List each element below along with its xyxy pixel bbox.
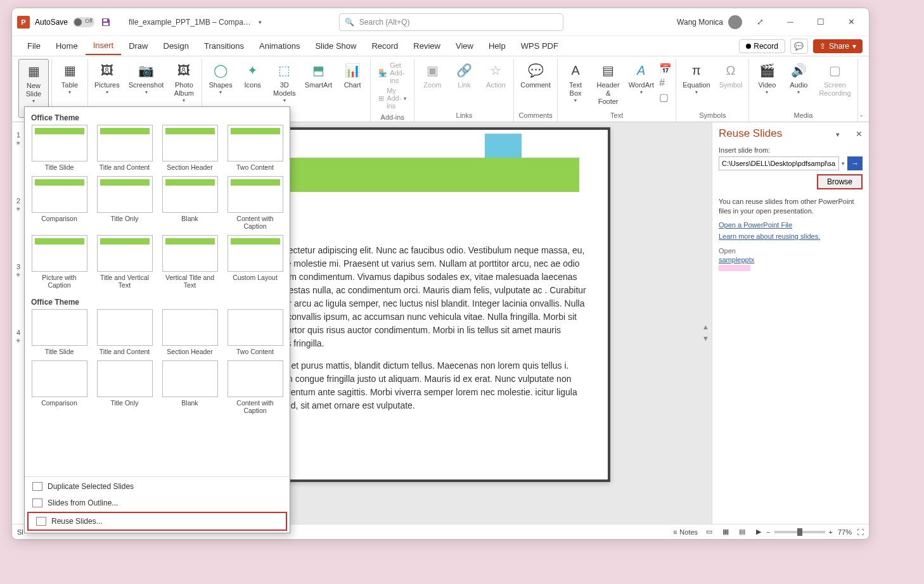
tab-draw[interactable]: Draw bbox=[121, 37, 155, 54]
maximize-button[interactable]: ☐ bbox=[808, 13, 833, 32]
object-icon[interactable]: ▢ bbox=[659, 91, 672, 103]
layout-blank[interactable]: Blank bbox=[160, 360, 219, 414]
reuse-slides-command[interactable]: Reuse Slides... bbox=[27, 512, 287, 531]
thumb-index[interactable]: 4✳ bbox=[12, 326, 25, 392]
fit-to-window-button[interactable]: ⛶ bbox=[857, 528, 864, 536]
autosave-label: AutoSave bbox=[35, 18, 68, 27]
tab-home[interactable]: Home bbox=[48, 37, 86, 54]
reading-view-button[interactable]: ▤ bbox=[735, 526, 750, 538]
my-addins-button[interactable]: ⊞My Add-ins▾ bbox=[378, 87, 406, 110]
tab-animations[interactable]: Animations bbox=[252, 37, 307, 54]
equation-button[interactable]: πEquation▾ bbox=[679, 59, 714, 110]
smartart-button[interactable]: ⬒SmartArt bbox=[301, 59, 336, 118]
layout-title-only[interactable]: Title Only bbox=[95, 360, 154, 414]
autosave-toggle[interactable]: Off bbox=[73, 17, 94, 27]
zoom-in-button[interactable]: + bbox=[829, 528, 833, 536]
go-button[interactable]: → bbox=[847, 156, 863, 170]
layout-title-and-content[interactable]: Title and Content bbox=[95, 125, 154, 171]
pane-options-icon[interactable]: ▾ bbox=[836, 130, 840, 138]
layout-title-slide[interactable]: Title Slide bbox=[30, 309, 89, 355]
get-addins-button[interactable]: 🏪Get Add-ins bbox=[378, 61, 406, 84]
tab-file[interactable]: File bbox=[20, 37, 48, 54]
layout-caption: Title and Vertical Text bbox=[95, 274, 154, 289]
reuse-slides-pane: Reuse Slides ▾ ✕ Insert slide from: ▾ → … bbox=[712, 122, 869, 524]
smartart-icon: ⬒ bbox=[309, 61, 327, 79]
ribbon-display-icon[interactable]: ⤢ bbox=[747, 13, 773, 32]
slide-sorter-button[interactable]: ▦ bbox=[718, 526, 733, 538]
comments-toggle-icon[interactable]: 💬 bbox=[790, 39, 808, 54]
close-pane-button[interactable]: ✕ bbox=[856, 129, 863, 139]
tab-review[interactable]: Review bbox=[406, 37, 448, 54]
layout-comparison[interactable]: Comparison bbox=[30, 360, 89, 414]
normal-view-button[interactable]: ▭ bbox=[702, 526, 717, 538]
save-icon[interactable] bbox=[99, 16, 112, 29]
tab-wps-pdf[interactable]: WPS PDF bbox=[513, 37, 566, 54]
theme-header-2: Office Theme bbox=[30, 295, 285, 309]
slide-canvas[interactable]: m t, consectetur adipiscing elit. Nunc a… bbox=[253, 127, 610, 482]
search-icon: 🔍 bbox=[345, 18, 354, 27]
zoom-slider[interactable] bbox=[774, 531, 825, 533]
layout-blank[interactable]: Blank bbox=[160, 176, 219, 230]
header-footer-button[interactable]: ▤Header& Footer bbox=[592, 59, 624, 110]
tab-record[interactable]: Record bbox=[364, 37, 406, 54]
notes-button[interactable]: ≡Notes bbox=[669, 528, 702, 536]
photo-album-icon: 🖼 bbox=[175, 61, 193, 79]
layout-vertical-title-and-text[interactable]: Vertical Title and Text bbox=[160, 235, 219, 289]
collapse-ribbon-icon[interactable]: ⌄ bbox=[859, 112, 864, 118]
layout-caption: Comparison bbox=[41, 399, 77, 407]
layout-picture-with-caption[interactable]: Picture with Caption bbox=[30, 235, 89, 289]
layout-section-header[interactable]: Section Header bbox=[160, 309, 219, 355]
layout-custom-layout[interactable]: Custom Layout bbox=[226, 235, 285, 289]
browse-button[interactable]: Browse bbox=[817, 174, 863, 189]
tab-design[interactable]: Design bbox=[156, 37, 196, 54]
chart-button[interactable]: 📊Chart bbox=[337, 59, 368, 118]
zoom-out-button[interactable]: − bbox=[766, 528, 770, 536]
search-input[interactable]: 🔍 Search (Alt+Q) bbox=[339, 13, 563, 31]
slide-nav-down-icon[interactable]: ▼ bbox=[702, 334, 709, 342]
share-button[interactable]: ⇪Share▾ bbox=[813, 39, 863, 53]
open-powerpoint-link[interactable]: Open a PowerPoint File bbox=[719, 221, 863, 229]
tab-insert[interactable]: Insert bbox=[86, 37, 122, 55]
thumb-index[interactable]: 2✳ bbox=[12, 194, 25, 260]
layout-title-and-vertical-text[interactable]: Title and Vertical Text bbox=[95, 235, 154, 289]
wordart-button[interactable]: AWordArt▾ bbox=[626, 59, 657, 110]
learn-more-link[interactable]: Learn more about reusing slides. bbox=[719, 232, 863, 240]
comment-button[interactable]: 💬Comment bbox=[517, 59, 555, 110]
video-button[interactable]: 🎬Video▾ bbox=[752, 59, 782, 110]
duplicate-slides-command[interactable]: Duplicate Selected Slides bbox=[25, 478, 290, 495]
avatar[interactable] bbox=[728, 15, 742, 29]
layout-content-with-caption[interactable]: Content with Caption bbox=[226, 176, 285, 230]
layout-content-with-caption[interactable]: Content with Caption bbox=[226, 360, 285, 414]
layout-comparison[interactable]: Comparison bbox=[30, 176, 89, 230]
layout-title-and-content[interactable]: Title and Content bbox=[95, 309, 154, 355]
tab-help[interactable]: Help bbox=[481, 37, 513, 54]
thumb-index[interactable]: 1✳ bbox=[12, 129, 25, 194]
insert-from-input[interactable] bbox=[719, 156, 839, 170]
thumb-index[interactable]: 3✳ bbox=[12, 260, 25, 326]
recent-file-link[interactable]: samplepptx bbox=[719, 256, 863, 263]
audio-button[interactable]: 🔊Audio▾ bbox=[783, 59, 814, 110]
tab-view[interactable]: View bbox=[448, 37, 481, 54]
close-button[interactable]: ✕ bbox=[838, 13, 864, 32]
tab-slide-show[interactable]: Slide Show bbox=[307, 37, 364, 54]
chevron-down-icon[interactable]: ▾ bbox=[842, 160, 845, 167]
minimize-button[interactable]: ─ bbox=[778, 13, 803, 32]
share-icon: ⇪ bbox=[819, 42, 826, 51]
slide-number-icon[interactable]: # bbox=[659, 77, 672, 89]
layout-two-content[interactable]: Two Content bbox=[226, 125, 285, 171]
layout-title-only[interactable]: Title Only bbox=[95, 176, 154, 230]
tab-transitions[interactable]: Transitions bbox=[196, 37, 252, 54]
slideshow-view-button[interactable]: ▶ bbox=[751, 526, 766, 538]
layout-two-content[interactable]: Two Content bbox=[226, 309, 285, 355]
svg-rect-1 bbox=[103, 23, 108, 25]
textbox-button[interactable]: ATextBox▾ bbox=[560, 59, 591, 110]
title-dropdown-icon[interactable]: ▾ bbox=[259, 19, 262, 25]
layout-title-slide[interactable]: Title Slide bbox=[30, 125, 89, 171]
date-time-icon[interactable]: 📅 bbox=[659, 63, 672, 75]
record-button[interactable]: Record bbox=[739, 39, 785, 53]
zoom-level[interactable]: 77% bbox=[838, 528, 852, 536]
layout-section-header[interactable]: Section Header bbox=[160, 125, 219, 171]
slide-nav-up-icon[interactable]: ▲ bbox=[702, 323, 709, 331]
recent-file-preview[interactable] bbox=[719, 265, 750, 271]
slides-from-outline-command[interactable]: Slides from Outline... bbox=[25, 495, 290, 511]
